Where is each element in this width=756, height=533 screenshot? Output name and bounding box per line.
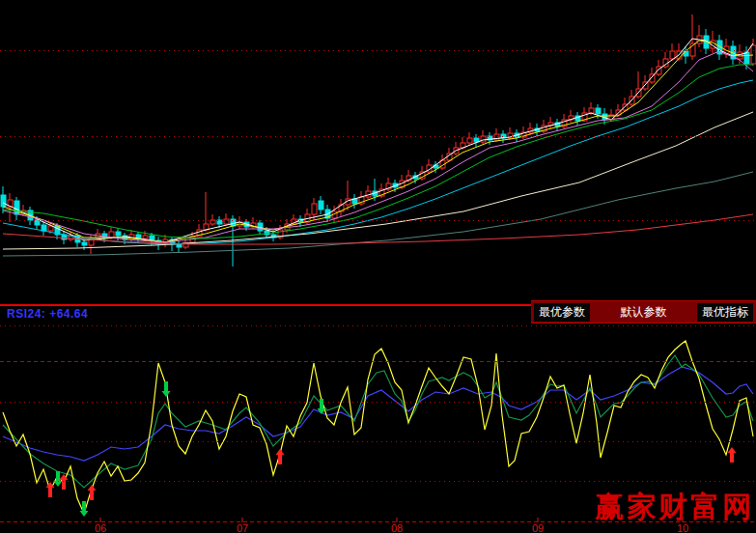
candle-up (109, 232, 114, 238)
candle-down (319, 201, 323, 210)
rsi-slow-blue (3, 367, 753, 461)
candle-down (177, 244, 182, 247)
candle-up (210, 220, 215, 224)
candle-up (589, 108, 594, 113)
ma-fast-white (3, 39, 753, 242)
watermark: 赢家财富网 (595, 488, 754, 527)
ma-teal (3, 172, 753, 256)
ma-yellow (3, 41, 753, 242)
candle-down (744, 52, 749, 64)
sell-signal-arrow (162, 381, 171, 397)
candle-up (224, 219, 229, 224)
candle-down (150, 236, 154, 240)
optimal-params-button[interactable]: 最优参数 (534, 303, 590, 322)
x-axis-label: 07 (237, 522, 248, 533)
candle-up (48, 226, 53, 231)
default-params-button[interactable]: 默认参数 (616, 303, 672, 322)
ma-cream (3, 112, 753, 249)
buy-signal-arrow (728, 447, 737, 463)
x-axis-label: 10 (677, 522, 688, 533)
candle-down (35, 220, 40, 225)
rsi-value-label: RSI24: +64.64 (7, 307, 88, 321)
optimal-indicator-button[interactable]: 最优指标 (697, 303, 753, 322)
ma-cyan (3, 80, 753, 244)
indicator-toolbar: 最优参数 默认参数 最优指标 (531, 300, 756, 323)
candle-up (467, 138, 472, 143)
ma-red (3, 214, 753, 244)
candle-down (42, 225, 46, 231)
x-axis-label: 06 (95, 522, 106, 533)
candle-down (217, 220, 222, 224)
candle-up (481, 136, 486, 142)
candle-down (1, 195, 6, 207)
candle-up (143, 236, 148, 238)
stock-chart-window: RSI24: +64.64 最优参数 默认参数 最优指标 赢家财富网 06070… (0, 0, 756, 533)
candle-down (116, 232, 121, 236)
ma-magenta (3, 51, 753, 242)
candle-down (596, 108, 601, 114)
candle-up (312, 204, 317, 214)
price-panel (1, 14, 756, 266)
x-axis-label: 09 (532, 522, 544, 533)
candle-down (82, 242, 87, 245)
chart-canvas[interactable] (0, 0, 756, 533)
candle-up (751, 45, 756, 64)
x-axis-label: 08 (391, 522, 403, 533)
